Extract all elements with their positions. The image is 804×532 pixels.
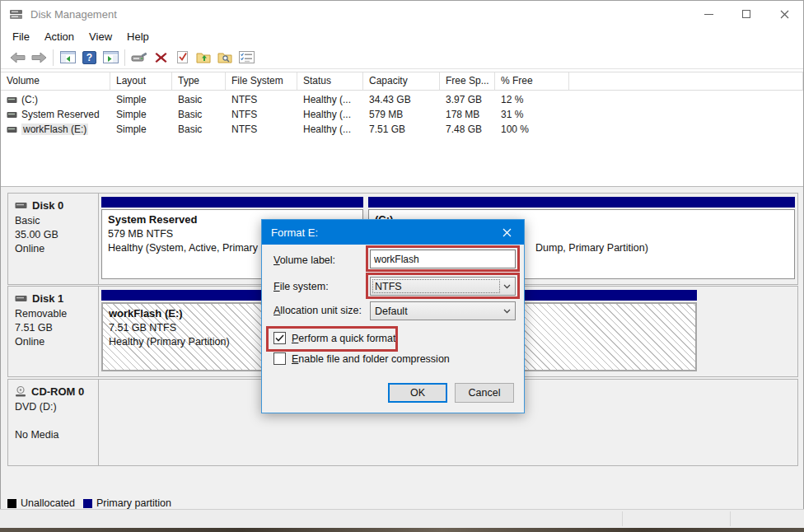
table-row-system-reserved[interactable]: System Reserved Simple Basic NTFS Health…	[1, 107, 803, 122]
menu-help[interactable]: Help	[119, 28, 157, 45]
menu-action[interactable]: Action	[37, 28, 82, 45]
folder-up-icon	[196, 51, 211, 63]
cell-file-system: NTFS	[226, 94, 297, 105]
file-system-select[interactable]: NTFS	[370, 277, 516, 296]
menu-bar: File Action View Help	[1, 27, 803, 46]
action-pane-icon	[103, 51, 119, 63]
column-header-file-system[interactable]: File System	[226, 72, 297, 90]
toolbar-console-tree-button[interactable]	[57, 48, 78, 68]
maximize-icon	[742, 10, 750, 18]
disk-icon	[15, 202, 27, 209]
toolbar-check-disk-button[interactable]	[171, 48, 193, 68]
format-dialog: Format E: Volume label: File system: NTF…	[261, 219, 525, 413]
disk1-header[interactable]: Disk 1 Removable 7.51 GB Online	[8, 287, 99, 376]
disk-type: DVD (D:)	[15, 400, 93, 414]
dialog-close-button[interactable]	[489, 220, 524, 245]
column-header-filler	[569, 72, 803, 90]
cdrom-header[interactable]: CD-ROM 0 DVD (D:) No Media	[8, 380, 99, 465]
volume-name: workFlash (E:)	[21, 124, 88, 135]
column-header-layout[interactable]: Layout	[110, 72, 172, 90]
cell-pct-free: 100 %	[495, 124, 569, 135]
title-bar: Disk Management	[1, 1, 803, 27]
disk0-header[interactable]: Disk 0 Basic 35.00 GB Online	[8, 194, 99, 284]
cell-type: Basic	[172, 109, 226, 120]
forward-icon	[31, 52, 47, 63]
cell-status: Healthy (...	[297, 94, 363, 105]
column-header-status[interactable]: Status	[297, 72, 363, 90]
allocation-unit-label: Allocation unit size:	[273, 305, 362, 316]
quick-format-checkbox-row[interactable]: Perform a quick format	[273, 332, 395, 344]
cell-free-space: 178 MB	[440, 109, 495, 120]
ok-button[interactable]: OK	[388, 383, 447, 403]
allocation-unit-select[interactable]: Default	[370, 301, 516, 320]
delete-icon	[155, 52, 167, 63]
toolbar-action-pane-button[interactable]	[100, 48, 121, 68]
dialog-title: Format E:	[271, 226, 318, 239]
menu-view[interactable]: View	[82, 28, 119, 45]
toolbar-forward-button[interactable]	[28, 48, 49, 68]
cell-file-system: NTFS	[226, 124, 297, 135]
volume-label-label: Volume label:	[273, 254, 335, 266]
compression-label: Enable file and folder compression	[292, 353, 450, 365]
unallocated-swatch	[7, 499, 16, 508]
primary-partition-swatch	[83, 499, 92, 508]
window-title: Disk Management	[30, 8, 117, 21]
cell-type: Basic	[172, 94, 226, 105]
toolbar-folder-up-button[interactable]	[193, 48, 214, 68]
minimize-button[interactable]	[689, 1, 727, 27]
toolbar-task-list-button[interactable]	[236, 48, 257, 68]
close-icon	[780, 10, 789, 19]
legend: Unallocated Primary partition	[7, 497, 171, 509]
dialog-title-bar[interactable]: Format E:	[262, 220, 524, 245]
volume-icon	[7, 126, 17, 133]
cell-status: Healthy (...	[297, 109, 363, 120]
chevron-down-icon	[503, 309, 511, 314]
toolbar-folder-search-button[interactable]	[214, 48, 236, 68]
cell-layout: Simple	[110, 94, 172, 105]
compression-checkbox[interactable]	[273, 352, 286, 365]
column-header-free-space[interactable]: Free Sp...	[440, 72, 495, 90]
quick-format-checkbox[interactable]	[273, 332, 286, 344]
chevron-down-icon	[503, 284, 511, 289]
column-header-pct-free[interactable]: % Free	[495, 72, 569, 90]
volume-label-input[interactable]	[370, 250, 516, 268]
volume-name: (C:)	[21, 94, 38, 105]
cell-pct-free: 31 %	[495, 109, 569, 120]
column-header-type[interactable]: Type	[172, 72, 226, 90]
disk-type: Basic	[15, 214, 93, 228]
device-properties-icon	[131, 52, 147, 63]
cell-status: Healthy (...	[297, 124, 363, 135]
table-row-c[interactable]: (C:) Simple Basic NTFS Healthy (... 34.4…	[1, 92, 803, 107]
toolbar-separator	[53, 49, 54, 66]
svg-text:?: ?	[86, 52, 91, 63]
disk-name: CD-ROM 0	[31, 385, 84, 398]
cell-free-space: 7.48 GB	[440, 124, 495, 135]
checkmark-document-icon	[176, 50, 189, 64]
maximize-button[interactable]	[727, 1, 765, 27]
partition-color-bar	[101, 197, 363, 208]
close-icon	[502, 228, 512, 237]
disk-status: No Media	[15, 428, 93, 442]
toolbar-delete-volume-button[interactable]	[150, 48, 171, 68]
toolbar: ?	[1, 46, 803, 69]
quick-format-label: Perform a quick format	[292, 333, 395, 344]
close-button[interactable]	[765, 1, 803, 27]
menu-file[interactable]: File	[5, 28, 37, 45]
cell-free-space: 3.97 GB	[440, 94, 495, 105]
cell-type: Basic	[172, 124, 226, 135]
folder-search-icon	[217, 51, 232, 63]
volume-table-header: Volume Layout Type File System Status Ca…	[1, 72, 803, 91]
column-header-volume[interactable]: Volume	[1, 72, 110, 90]
cell-layout: Simple	[110, 109, 172, 120]
cancel-button[interactable]: Cancel	[455, 383, 514, 403]
toolbar-help-button[interactable]: ?	[78, 48, 100, 68]
column-header-capacity[interactable]: Capacity	[363, 72, 440, 90]
compression-checkbox-row[interactable]: Enable file and folder compression	[273, 352, 450, 365]
cell-capacity: 579 MB	[363, 109, 440, 120]
file-system-value: NTFS	[375, 281, 402, 292]
table-row-workflash[interactable]: workFlash (E:) Simple Basic NTFS Healthy…	[1, 122, 803, 137]
toolbar-device-properties-button[interactable]	[129, 48, 150, 68]
toolbar-back-button[interactable]	[7, 48, 28, 68]
back-icon	[10, 52, 26, 63]
app-icon	[9, 8, 23, 21]
